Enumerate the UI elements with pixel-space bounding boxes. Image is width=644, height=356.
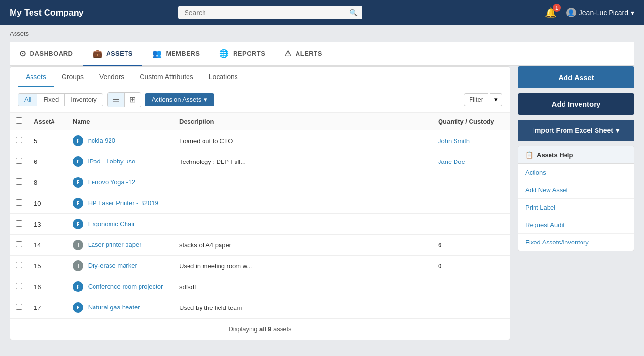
tab-alerts[interactable]: ⚠ ALERTS [275,42,332,66]
filter-all-button[interactable]: All [18,94,37,106]
tab-assets-label: ASSETS [106,50,133,57]
filter-caret-button[interactable]: ▾ [490,93,502,106]
asset-quantity-custody [432,214,510,235]
list-view-button[interactable]: ☰ [108,93,125,107]
tab-assets[interactable]: 💼 ASSETS [83,42,143,66]
row-checkbox[interactable] [16,137,22,143]
table-row: 17 F Natural gas heater Used by the fiel… [10,297,510,318]
import-label: Import From Excel Sheet [533,127,613,134]
asset-name-link[interactable]: Ergonomic Chair [88,220,135,227]
asset-description [173,193,432,214]
subtab-groups[interactable]: Groups [54,67,92,87]
type-badge: F [73,198,83,209]
table-row: 8 F Lenovo Yoga -12 [10,172,510,193]
search-input[interactable] [178,6,362,19]
right-panel: Add Asset Add Inventory Import From Exce… [518,66,634,251]
asset-number: 17 [28,297,67,318]
sub-tabs: Assets Groups Vendors Custom Attributes … [10,67,510,87]
help-link-item[interactable]: Fixed Assets/Inventory [518,234,634,251]
filter-inventory-button[interactable]: Inventory [65,94,102,106]
row-checkbox[interactable] [16,220,22,227]
type-badge: F [73,156,83,167]
table-row: 13 F Ergonomic Chair [10,214,510,235]
custody-link[interactable]: Jane Doe [438,158,465,165]
help-title: Assets Help [537,151,573,159]
asset-quantity-custody: 0 [432,256,510,276]
asset-name-link[interactable]: Conference room projector [88,283,163,290]
brand-title: My Test Company [10,8,84,18]
help-panel: 📋 Assets Help ActionsAdd New AssetPrint … [518,146,634,251]
col-asset-num: Asset# [28,113,67,130]
asset-name-cell: F iPad - Lobby use [67,151,173,172]
asset-name-cell: F Lenovo Yoga -12 [67,172,173,193]
row-checkbox[interactable] [16,283,22,289]
type-badge: F [73,219,83,229]
subtab-locations[interactable]: Locations [201,67,246,87]
help-link-item[interactable]: Request Audit [518,216,634,234]
import-excel-button[interactable]: Import From Excel Sheet ▾ [518,120,634,141]
actions-label: Actions on Assets [152,96,202,103]
grid-view-icon: ⊞ [129,96,136,104]
breadcrumb-label: Assets [10,30,29,37]
footer-text: Displaying all 9 assets [228,325,291,333]
table-row: 16 F Conference room projector sdfsdf [10,276,510,297]
add-inventory-button[interactable]: Add Inventory [518,93,634,115]
help-link-item[interactable]: Actions [518,164,634,181]
col-description: Description [173,113,432,130]
asset-description: Used by the field team [173,297,432,318]
subtab-assets[interactable]: Assets [18,67,54,87]
asset-quantity-custody: 6 [432,235,510,256]
tab-reports-label: REPORTS [233,50,265,57]
type-filter-group: All Fixed Inventory [18,93,103,106]
add-asset-button[interactable]: Add Asset [518,66,634,88]
asset-description: stacks of A4 paper [173,235,432,256]
asset-name-cell: I Laser printer paper [67,235,173,256]
user-name: Jean-Luc Picard [579,9,628,16]
tab-reports[interactable]: 🌐 REPORTS [209,42,275,66]
asset-description: Technology : DLP Full... [173,151,432,172]
row-checkbox[interactable] [16,304,22,310]
notifications-button[interactable]: 🔔 1 [543,5,559,20]
asset-name-link[interactable]: Lenovo Yoga -12 [88,178,136,186]
asset-name-link[interactable]: HP Laser Printer - B2019 [88,199,158,207]
notification-badge: 1 [553,4,561,12]
row-checkbox[interactable] [16,262,22,268]
filter-fixed-button[interactable]: Fixed [37,94,65,106]
actions-on-assets-button[interactable]: Actions on Assets ▾ [145,93,215,106]
grid-view-button[interactable]: ⊞ [125,93,141,107]
tab-members[interactable]: 👥 MEMBERS [142,42,209,66]
list-view-icon: ☰ [112,96,119,104]
type-badge: F [73,177,83,188]
asset-number: 14 [28,235,67,256]
type-badge: I [73,260,83,271]
asset-name-link[interactable]: Dry-erase marker [88,262,137,269]
asset-number: 16 [28,276,67,297]
row-checkbox[interactable] [16,199,22,206]
row-checkbox[interactable] [16,241,22,247]
asset-name-link[interactable]: iPad - Lobby use [88,158,136,165]
help-link-item[interactable]: Print Label [518,199,634,216]
help-book-icon: 📋 [525,151,533,159]
main-content: Assets Groups Vendors Custom Attributes … [0,66,644,350]
help-header: 📋 Assets Help [518,146,634,164]
search-icon: 🔍 [349,9,358,16]
alerts-icon: ⚠ [284,49,292,58]
subtab-vendors[interactable]: Vendors [92,67,132,87]
table-row: 10 F HP Laser Printer - B2019 [10,193,510,214]
custody-link[interactable]: John Smith [438,137,470,145]
asset-name-link[interactable]: nokia 920 [88,137,115,144]
asset-name-link[interactable]: Natural gas heater [88,304,140,311]
row-checkbox[interactable] [16,158,22,164]
asset-name-link[interactable]: Laser printer paper [88,241,141,248]
table-footer: Displaying all 9 assets [10,318,510,340]
row-checkbox[interactable] [16,178,22,185]
select-all-checkbox[interactable] [16,117,22,124]
subtab-custom-attributes[interactable]: Custom Attributes [132,67,201,87]
type-badge: F [73,281,83,292]
tab-alerts-label: ALERTS [296,50,322,57]
assets-panel: Assets Groups Vendors Custom Attributes … [10,66,510,340]
tab-dashboard[interactable]: ⊙ DASHBOARD [10,42,83,66]
help-link-item[interactable]: Add New Asset [518,181,634,199]
user-menu-button[interactable]: 👤 Jean-Luc Picard ▾ [566,8,634,17]
table-row: 14 I Laser printer paper stacks of A4 pa… [10,235,510,256]
